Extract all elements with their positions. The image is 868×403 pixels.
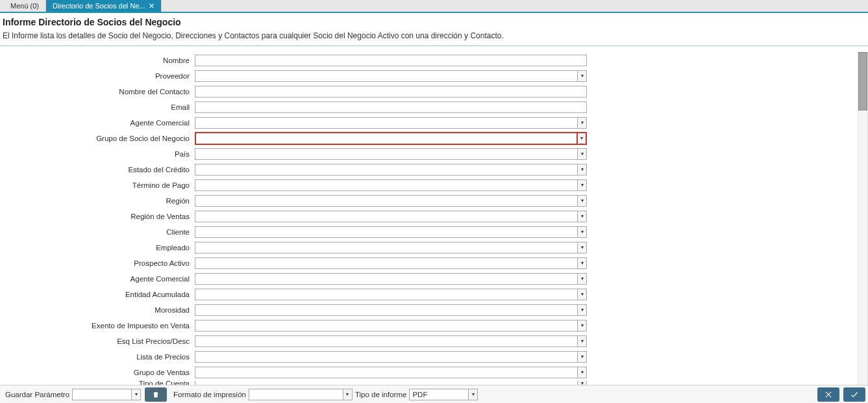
form-row-cliente: Cliente▾: [0, 225, 858, 239]
field-nombre-contacto[interactable]: [195, 86, 587, 98]
input-prospecto-activo[interactable]: [195, 257, 578, 269]
chevron-down-icon[interactable]: ▾: [578, 335, 587, 347]
chevron-down-icon[interactable]: ▾: [578, 367, 587, 378]
label-pais: País: [0, 150, 195, 158]
chevron-down-icon[interactable]: ▾: [578, 226, 587, 238]
input-cliente[interactable]: [195, 226, 578, 238]
field-exento-impuesto-venta[interactable]: ▾: [195, 320, 587, 332]
field-empleado[interactable]: ▾: [195, 242, 587, 254]
input-agente-comercial-2[interactable]: [195, 273, 578, 285]
input-grupo-ventas[interactable]: [195, 367, 578, 378]
chevron-down-icon[interactable]: ▾: [578, 257, 587, 269]
field-morosidad[interactable]: ▾: [195, 304, 587, 316]
field-esq-list-precios-desc[interactable]: ▾: [195, 335, 587, 347]
chevron-down-icon[interactable]: ▾: [343, 389, 353, 400]
input-region-ventas[interactable]: [195, 211, 578, 222]
field-estado-credito[interactable]: ▾: [195, 164, 587, 176]
chevron-down-icon[interactable]: ▾: [578, 117, 587, 129]
field-region-ventas[interactable]: ▾: [195, 211, 587, 222]
chevron-down-icon[interactable]: ▾: [578, 304, 587, 316]
tab-menu[interactable]: Menú (0): [4, 0, 46, 12]
field-prospecto-activo[interactable]: ▾: [195, 257, 587, 269]
input-grupo-socio-negocio[interactable]: [195, 132, 578, 145]
input-agente-comercial[interactable]: [195, 117, 578, 129]
chevron-down-icon[interactable]: ▾: [578, 242, 587, 254]
tab-active[interactable]: Directorio de Socios del Ne... ✕: [46, 0, 162, 12]
field-lista-precios[interactable]: ▾: [195, 351, 587, 363]
chevron-down-icon[interactable]: ▾: [578, 164, 587, 176]
input-pais[interactable]: [195, 148, 578, 160]
input-entidad-acumulada[interactable]: [195, 289, 578, 300]
input-empleado[interactable]: [195, 242, 578, 254]
chevron-down-icon[interactable]: ▾: [578, 351, 587, 363]
label-grupo-socio-negocio: Grupo de Socio del Negocio: [0, 135, 195, 142]
form-row-lista-precios: Lista de Precios▾: [0, 350, 858, 364]
field-entidad-acumulada[interactable]: ▾: [195, 289, 587, 300]
chevron-down-icon[interactable]: ▾: [578, 273, 587, 285]
field-region[interactable]: ▾: [195, 195, 587, 207]
form-body: NombreProveedor▾Nombre del ContactoEmail…: [0, 52, 858, 385]
field-grupo-socio-negocio[interactable]: ▾: [195, 132, 587, 145]
label-agente-comercial-2: Agente Comercial: [0, 275, 195, 283]
chevron-down-icon[interactable]: ▾: [132, 389, 141, 400]
field-agente-comercial-2[interactable]: ▾: [195, 273, 587, 285]
label-nombre-contacto: Nombre del Contacto: [0, 88, 195, 96]
label-lista-precios: Lista de Precios: [0, 353, 195, 361]
guardar-parametro-combo[interactable]: ▾: [72, 389, 141, 400]
confirm-button[interactable]: [843, 387, 865, 402]
label-esq-list-precios-desc: Esq List Precios/Desc: [0, 337, 195, 345]
formato-impresion-input[interactable]: [249, 389, 343, 400]
field-agente-comercial[interactable]: ▾: [195, 117, 587, 129]
label-termino-pago: Término de Pago: [0, 181, 195, 189]
scrollbar-thumb[interactable]: [858, 52, 867, 110]
chevron-down-icon[interactable]: ▾: [578, 132, 587, 145]
field-pais[interactable]: ▾: [195, 148, 587, 160]
label-prospecto-activo: Prospecto Activo: [0, 259, 195, 267]
tipo-informe-combo[interactable]: PDF ▾: [409, 389, 478, 400]
chevron-down-icon[interactable]: ▾: [578, 179, 587, 191]
label-grupo-ventas: Grupo de Ventas: [0, 369, 195, 376]
form-row-agente-comercial-2: Agente Comercial▾: [0, 272, 858, 286]
input-region[interactable]: [195, 195, 578, 207]
label-email: Email: [0, 103, 195, 111]
input-esq-list-precios-desc[interactable]: [195, 335, 578, 347]
chevron-down-icon[interactable]: ▾: [469, 389, 478, 400]
field-email[interactable]: [195, 101, 587, 113]
input-morosidad[interactable]: [195, 304, 578, 316]
formato-impresion-combo[interactable]: ▾: [249, 389, 353, 400]
cancel-button[interactable]: [817, 387, 839, 402]
field-proveedor[interactable]: ▾: [195, 70, 587, 82]
page-title: Informe Directorio de Socios del Negocio: [3, 17, 865, 27]
chevron-down-icon[interactable]: ▾: [578, 211, 587, 222]
field-grupo-ventas[interactable]: ▾: [195, 367, 587, 378]
chevron-down-icon[interactable]: ▾: [578, 195, 587, 207]
guardar-parametro-input[interactable]: [72, 389, 132, 400]
tipo-informe-input[interactable]: PDF: [409, 389, 469, 400]
input-lista-precios[interactable]: [195, 351, 578, 363]
chevron-down-icon[interactable]: ▾: [578, 70, 587, 82]
input-nombre-contacto[interactable]: [195, 86, 587, 98]
input-exento-impuesto-venta[interactable]: [195, 320, 578, 332]
delete-button[interactable]: [145, 387, 167, 402]
vertical-scrollbar[interactable]: [858, 52, 868, 385]
field-cliente[interactable]: ▾: [195, 226, 587, 238]
input-email[interactable]: [195, 101, 587, 113]
close-icon[interactable]: ✕: [149, 2, 155, 10]
chevron-down-icon[interactable]: ▾: [578, 148, 587, 160]
chevron-down-icon[interactable]: ▾: [578, 320, 587, 332]
input-nombre[interactable]: [195, 55, 587, 66]
guardar-parametro-label: Guardar Parámetro: [5, 391, 69, 398]
chevron-down-icon[interactable]: ▾: [578, 289, 587, 300]
label-entidad-acumulada: Entidad Acumulada: [0, 291, 195, 298]
formato-impresion-label: Formato de impresión: [173, 391, 246, 398]
field-nombre[interactable]: [195, 55, 587, 66]
input-estado-credito[interactable]: [195, 164, 578, 176]
tab-active-label: Directorio de Socios del Ne...: [53, 2, 145, 10]
form-row-grupo-ventas: Grupo de Ventas▾: [0, 365, 858, 380]
label-agente-comercial: Agente Comercial: [0, 119, 195, 127]
input-proveedor[interactable]: [195, 70, 578, 82]
form-row-agente-comercial: Agente Comercial▾: [0, 116, 858, 130]
form-row-email: Email: [0, 100, 858, 114]
field-termino-pago[interactable]: ▾: [195, 179, 587, 191]
input-termino-pago[interactable]: [195, 179, 578, 191]
